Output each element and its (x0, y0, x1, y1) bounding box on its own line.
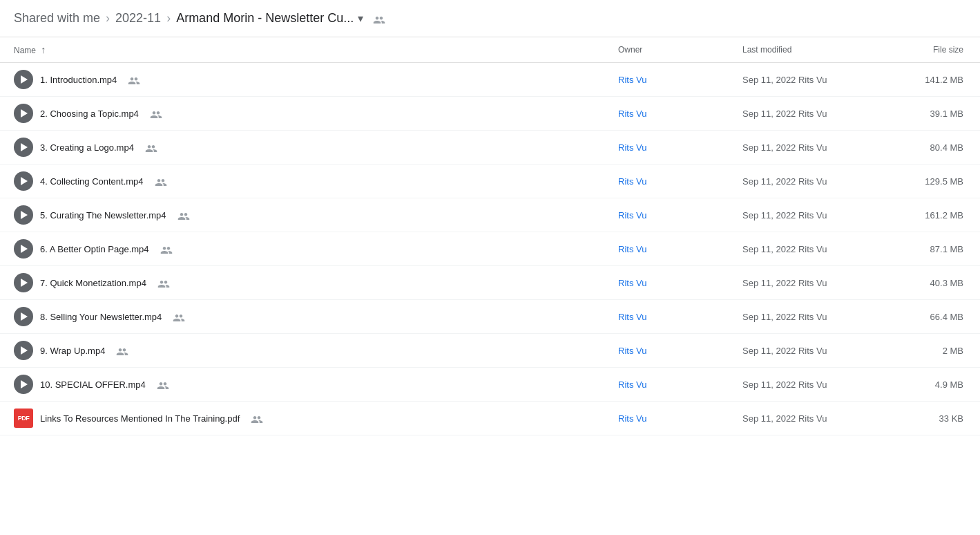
file-owner[interactable]: Rits Vu (607, 334, 731, 368)
file-owner[interactable]: Rits Vu (607, 131, 731, 165)
breadcrumb-year-folder[interactable]: 2022-11 (115, 11, 161, 26)
col-header-size[interactable]: File size (897, 37, 980, 63)
file-name-label: 7. Quick Monetization.mp4 (40, 278, 146, 288)
file-modified: Sep 11, 2022 Rits Vu (731, 165, 897, 198)
file-owner[interactable]: Rits Vu (607, 165, 731, 198)
file-name-cell-5: 5. Curating The Newsletter.mp4 (0, 198, 607, 232)
table-row[interactable]: 6. A Better Optin Page.mp4 Rits VuSep 11… (0, 232, 980, 266)
file-name-label: 8. Selling Your Newsletter.mp4 (40, 312, 162, 322)
shared-people-icon (157, 379, 169, 389)
file-modified: Sep 11, 2022 Rits Vu (731, 63, 897, 97)
file-size: 33 KB (897, 402, 980, 435)
breadcrumb-sep-2: › (166, 11, 171, 26)
people-icon (373, 14, 385, 24)
file-name-label: 6. A Better Optin Page.mp4 (40, 244, 149, 254)
video-play-icon (14, 375, 33, 394)
file-size: 66.4 MB (897, 300, 980, 334)
file-modified: Sep 11, 2022 Rits Vu (731, 232, 897, 266)
table-row[interactable]: 8. Selling Your Newsletter.mp4 Rits VuSe… (0, 300, 980, 334)
table-row[interactable]: 1. Introduction.mp4 Rits VuSep 11, 2022 … (0, 63, 980, 97)
sort-asc-icon: ↑ (41, 44, 46, 55)
file-size: 39.1 MB (897, 97, 980, 131)
video-play-icon (14, 341, 33, 360)
file-owner[interactable]: Rits Vu (607, 63, 731, 97)
file-name-label: 2. Choosing a Topic.mp4 (40, 109, 139, 119)
file-modified: Sep 11, 2022 Rits Vu (731, 300, 897, 334)
breadcrumb-folder-label: Armand Morin - Newsletter Cu... (176, 11, 354, 26)
video-play-icon (14, 70, 33, 89)
breadcrumb-current-folder[interactable]: Armand Morin - Newsletter Cu... ▾ (176, 11, 363, 26)
shared-people-icon (116, 346, 128, 355)
breadcrumb: Shared with me › 2022-11 › Armand Morin … (0, 0, 980, 37)
file-name-cell-11: PDFLinks To Resources Mentioned In The T… (0, 402, 607, 435)
file-modified: Sep 11, 2022 Rits Vu (731, 334, 897, 368)
file-owner[interactable]: Rits Vu (607, 198, 731, 232)
file-name-label: 3. Creating a Logo.mp4 (40, 142, 134, 153)
video-play-icon (14, 104, 33, 123)
video-play-icon (14, 205, 33, 225)
table-row[interactable]: 3. Creating a Logo.mp4 Rits VuSep 11, 20… (0, 131, 980, 165)
shared-people-icon (155, 176, 167, 186)
file-name-label: 1. Introduction.mp4 (40, 75, 117, 85)
table-row[interactable]: 2. Choosing a Topic.mp4 Rits VuSep 11, 2… (0, 97, 980, 131)
shared-people-icon (251, 413, 263, 423)
shared-people-icon (150, 109, 162, 118)
shared-people-icon (177, 210, 190, 220)
file-name-cell-1: 1. Introduction.mp4 (0, 63, 607, 97)
file-name-label: 5. Curating The Newsletter.mp4 (40, 210, 166, 220)
shared-people-icon (128, 75, 140, 84)
video-play-icon (14, 239, 33, 259)
table-row[interactable]: 5. Curating The Newsletter.mp4 Rits VuSe… (0, 198, 980, 232)
table-header-row: Name ↑ Owner Last modified File size (0, 37, 980, 63)
file-modified: Sep 11, 2022 Rits Vu (731, 402, 897, 435)
breadcrumb-share-icon[interactable] (373, 11, 385, 26)
table-row[interactable]: 9. Wrap Up.mp4 Rits VuSep 11, 2022 Rits … (0, 334, 980, 368)
file-size: 2 MB (897, 334, 980, 368)
file-modified: Sep 11, 2022 Rits Vu (731, 198, 897, 232)
file-size: 4.9 MB (897, 368, 980, 402)
file-name-cell-7: 7. Quick Monetization.mp4 (0, 266, 607, 300)
file-size: 141.2 MB (897, 63, 980, 97)
file-owner[interactable]: Rits Vu (607, 232, 731, 266)
file-name-cell-2: 2. Choosing a Topic.mp4 (0, 97, 607, 131)
file-size: 80.4 MB (897, 131, 980, 165)
file-name-cell-8: 8. Selling Your Newsletter.mp4 (0, 300, 607, 334)
col-header-owner[interactable]: Owner (607, 37, 731, 63)
col-header-modified[interactable]: Last modified (731, 37, 897, 63)
file-owner[interactable]: Rits Vu (607, 368, 731, 402)
shared-people-icon (160, 244, 173, 254)
file-size: 40.3 MB (897, 266, 980, 300)
file-name-cell-4: 4. Collecting Content.mp4 (0, 165, 607, 198)
breadcrumb-dropdown-icon[interactable]: ▾ (358, 12, 363, 25)
pdf-file-icon: PDF (14, 409, 33, 428)
file-name-cell-3: 3. Creating a Logo.mp4 (0, 131, 607, 165)
file-modified: Sep 11, 2022 Rits Vu (731, 97, 897, 131)
col-header-name[interactable]: Name ↑ (0, 37, 607, 63)
file-modified: Sep 11, 2022 Rits Vu (731, 131, 897, 165)
file-name-cell-9: 9. Wrap Up.mp4 (0, 334, 607, 368)
file-name-cell-10: 10. SPECIAL OFFER.mp4 (0, 368, 607, 402)
file-table: Name ↑ Owner Last modified File size 1. … (0, 37, 980, 435)
file-owner[interactable]: Rits Vu (607, 266, 731, 300)
breadcrumb-shared-with-me[interactable]: Shared with me (14, 11, 100, 26)
file-owner[interactable]: Rits Vu (607, 402, 731, 435)
file-owner[interactable]: Rits Vu (607, 300, 731, 334)
video-play-icon (14, 171, 33, 191)
file-modified: Sep 11, 2022 Rits Vu (731, 368, 897, 402)
file-name-label: 9. Wrap Up.mp4 (40, 346, 105, 356)
shared-people-icon (145, 142, 157, 152)
table-row[interactable]: PDFLinks To Resources Mentioned In The T… (0, 402, 980, 435)
shared-people-icon (173, 312, 185, 321)
table-row[interactable]: 10. SPECIAL OFFER.mp4 Rits VuSep 11, 202… (0, 368, 980, 402)
video-play-icon (14, 273, 33, 292)
file-modified: Sep 11, 2022 Rits Vu (731, 266, 897, 300)
file-name-label: Links To Resources Mentioned In The Trai… (40, 413, 240, 424)
file-size: 87.1 MB (897, 232, 980, 266)
file-name-label: 10. SPECIAL OFFER.mp4 (40, 379, 146, 390)
file-owner[interactable]: Rits Vu (607, 97, 731, 131)
breadcrumb-sep-1: › (106, 11, 110, 26)
shared-people-icon (157, 278, 170, 288)
table-row[interactable]: 7. Quick Monetization.mp4 Rits VuSep 11,… (0, 266, 980, 300)
table-row[interactable]: 4. Collecting Content.mp4 Rits VuSep 11,… (0, 165, 980, 198)
file-name-label: 4. Collecting Content.mp4 (40, 176, 144, 187)
